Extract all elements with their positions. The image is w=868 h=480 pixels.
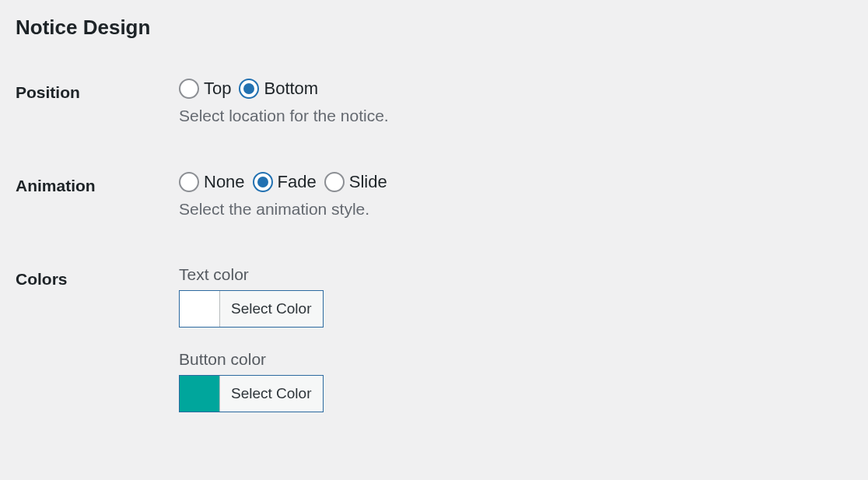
text-color-label: Text color [179,265,852,284]
radio-icon [253,172,273,192]
text-color-picker-button-label: Select Color [220,291,323,327]
button-color-swatch [180,376,220,412]
animation-radio-group: None Fade Slide [179,172,852,192]
position-helper: Select location for the notice. [179,107,852,125]
colors-row: Colors Text color Select Color Button co… [16,265,852,435]
position-radio-top-label: Top [204,79,231,99]
radio-icon [239,79,259,99]
animation-radio-slide[interactable]: Slide [324,172,387,192]
colors-label: Colors [16,265,179,289]
position-field: Top Bottom Select location for the notic… [179,79,852,125]
position-row: Position Top Bottom Select location for … [16,79,852,125]
text-color-swatch [180,291,220,327]
section-title: Notice Design [16,16,852,40]
position-radio-top[interactable]: Top [179,79,231,99]
animation-field: None Fade Slide Select the animation sty… [179,172,852,219]
animation-radio-slide-label: Slide [349,172,387,192]
text-color-picker[interactable]: Select Color [179,290,324,328]
radio-icon [324,172,345,192]
radio-icon [179,172,199,192]
animation-row: Animation None Fade Slide Select the ani… [16,172,852,219]
animation-radio-none-label: None [204,172,245,192]
animation-helper: Select the animation style. [179,200,852,219]
button-color-picker[interactable]: Select Color [179,375,324,412]
text-color-block: Text color Select Color [179,265,852,330]
animation-radio-fade-label: Fade [278,172,317,192]
button-color-label: Button color [179,350,852,369]
animation-radio-none[interactable]: None [179,172,245,192]
position-radio-bottom-label: Bottom [264,79,318,99]
radio-icon [179,79,199,99]
animation-radio-fade[interactable]: Fade [253,172,317,192]
position-label: Position [16,79,179,102]
colors-field: Text color Select Color Button color Sel… [179,265,852,435]
button-color-block: Button color Select Color [179,350,852,415]
position-radio-bottom[interactable]: Bottom [239,79,318,99]
position-radio-group: Top Bottom [179,79,852,99]
button-color-picker-button-label: Select Color [220,376,323,412]
animation-label: Animation [16,172,179,195]
